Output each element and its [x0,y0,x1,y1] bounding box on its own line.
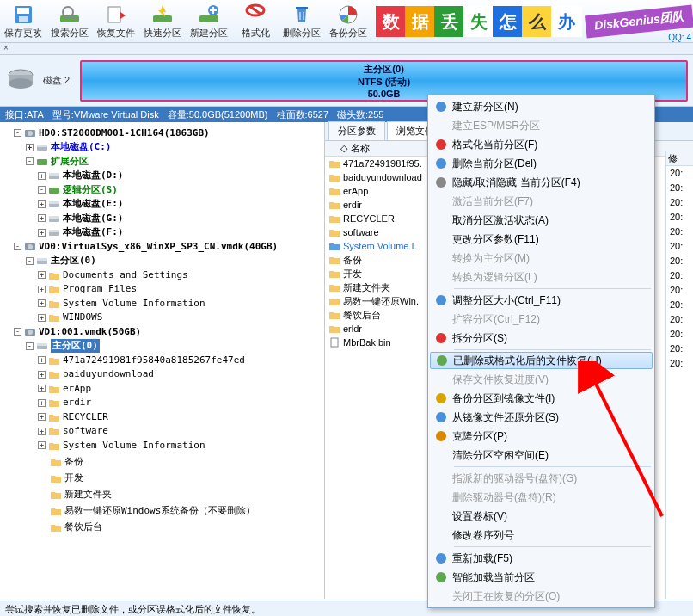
tree-node[interactable]: -HD0:ST2000DM001-1CH164(1863GB) [14,126,210,140]
tree-node[interactable]: -主分区(0) [26,254,96,268]
partition-context-menu[interactable]: 建立新分区(N)建立ESP/MSR分区格式化当前分区(F)删除当前分区(Del)… [427,95,655,608]
menu-item: 转换为主分区(M) [430,249,653,268]
partition-tree[interactable]: -HD0:ST2000DM001-1CH164(1863GB)+本地磁盘(C:)… [0,122,325,599]
menu-item[interactable]: 从镜像文件还原分区(S) [430,408,653,427]
svg-rect-27 [49,188,59,194]
tree-node[interactable]: -扩展分区 [26,155,89,169]
menu-item[interactable]: 调整分区大小(Ctrl_F11) [430,291,653,310]
tree-node[interactable]: +erdir [38,396,91,410]
menu-item[interactable]: 更改分区参数(F11) [430,230,653,249]
banner-tile: 么 [522,6,553,37]
menu-item[interactable]: 重新加载(F5) [430,549,653,568]
svg-point-50 [436,393,446,403]
svg-point-21 [28,131,33,136]
menu-item[interactable]: 建立新分区(N) [430,97,653,116]
main-toolbar: 保存更改 搜索分区 恢复文件 快速分区 新建分区 格式化 删除分区 备份分区 数… [0,0,693,43]
tree-node[interactable]: -VD0:VirtualSys_x86_WinXP_SP3_CN.vmdk(40… [14,240,278,254]
svg-rect-2 [19,16,28,22]
menu-item: 转换为逻辑分区(L) [430,268,653,286]
tree-node[interactable]: -主分区(0) [26,339,100,353]
menu-item[interactable]: 清除分区空闲空间(E) [430,446,653,465]
brand-banner: 数据丢失怎么办 DiskGenius团队 QQ: 4 [377,0,693,43]
banner-tile: 怎 [493,6,524,37]
tree-node[interactable]: +WINDOWS [38,311,102,324]
svg-point-35 [28,244,33,249]
tree-node[interactable]: -逻辑分区(S) [38,183,118,197]
tree-node[interactable]: +本地磁盘(D:) [38,169,124,182]
tree-node[interactable]: +471a72491981f95840a8185267fe47ed [38,354,245,367]
menu-icon [430,570,452,584]
tree-node[interactable]: +Program Files [38,282,137,296]
svg-rect-37 [37,258,47,261]
svg-rect-1 [17,8,29,14]
format-button[interactable]: 格式化 [232,0,279,42]
menu-icon [430,100,452,114]
tree-node[interactable]: 新建文件夹 [38,488,112,502]
svg-rect-31 [49,216,59,219]
tree-node[interactable]: +本地磁盘(F:) [38,225,124,239]
tree-node[interactable]: +RECYCLER [38,410,108,424]
svg-point-19 [9,78,33,89]
menu-item: 扩容分区(Ctrl_F12) [430,310,653,329]
banner-tile: 办 [551,6,582,37]
tree-node[interactable]: 餐饮后台 [38,521,102,534]
tree-node[interactable]: +本地磁盘(E:) [38,197,124,211]
save-button[interactable]: 保存更改 [0,0,46,42]
menu-icon [430,551,452,565]
menu-icon [430,391,452,405]
svg-point-46 [436,177,446,188]
tree-node[interactable]: +baiduyundownload [38,367,154,381]
tree-node[interactable]: +System Volume Information [38,297,205,311]
new-partition-button[interactable]: 新建分区 [186,0,232,42]
menu-item[interactable]: 删除当前分区(Del) [430,154,653,173]
menu-item[interactable]: 设置卷标(V) [430,507,653,526]
menu-icon [431,354,453,367]
menu-item[interactable]: 格式化当前分区(F) [430,135,653,154]
tree-node[interactable]: +System Volume Information [38,439,205,453]
quick-partition-button[interactable]: 快速分区 [139,0,186,42]
disk-label: 磁盘 2 [43,74,70,87]
pane-close-bar[interactable]: × [0,43,693,55]
backup-partition-button[interactable]: 备份分区 [325,0,371,42]
menu-item[interactable]: 取消分区激活状态(A) [430,211,653,230]
menu-item[interactable]: 备份分区到镜像文件(I) [430,389,653,408]
svg-rect-29 [49,201,59,204]
banner-tile: 失 [463,6,494,37]
menu-icon [430,293,452,307]
svg-line-11 [249,6,261,15]
menu-item[interactable]: 拆分分区(S) [430,329,653,348]
svg-point-45 [436,158,446,169]
tree-node[interactable]: +software [38,424,108,438]
svg-rect-41 [37,343,47,346]
menu-item[interactable]: 智能加载当前分区 [430,568,653,587]
menu-icon [430,157,452,170]
tree-node[interactable]: -VD1:001.vmdk(50GB) [14,325,141,339]
svg-point-53 [436,553,446,564]
svg-point-54 [436,572,446,582]
tab-params[interactable]: 分区参数 [328,121,385,140]
tree-node[interactable]: +Documents and Settings [38,268,188,282]
recover-file-button[interactable]: 恢复文件 [93,0,139,42]
delete-partition-button[interactable]: 删除分区 [279,0,325,42]
svg-rect-26 [49,173,59,176]
search-partition-button[interactable]: 搜索分区 [46,0,93,42]
menu-item[interactable]: 隐藏/取消隐藏 当前分区(F4) [430,173,653,192]
tree-node[interactable]: 开发 [38,471,83,485]
tree-node[interactable]: +erApp [38,382,91,396]
tree-node[interactable]: 易数一键还原Windows系统备份（不要删除） [38,504,255,518]
tree-node[interactable]: +本地磁盘(G:) [38,212,124,225]
banner-tile: 数 [376,6,407,37]
menu-item: 删除驱动器号(盘符)(R) [430,488,653,507]
svg-rect-12 [296,7,308,9]
menu-icon [430,410,452,424]
menu-item[interactable]: 修改卷序列号 [430,526,653,545]
tree-node[interactable]: +本地磁盘(C:) [26,140,112,154]
menu-item[interactable]: 已删除或格式化后的文件恢复(U) [430,352,653,369]
menu-item[interactable]: 克隆分区(P) [430,427,653,446]
tree-node[interactable]: 备份 [38,455,83,469]
menu-item: 指派新的驱动器号(盘符)(G) [430,469,653,488]
svg-rect-6 [108,7,120,22]
banner-tile: 据 [405,6,436,37]
svg-point-48 [436,333,446,343]
svg-rect-23 [37,145,47,147]
